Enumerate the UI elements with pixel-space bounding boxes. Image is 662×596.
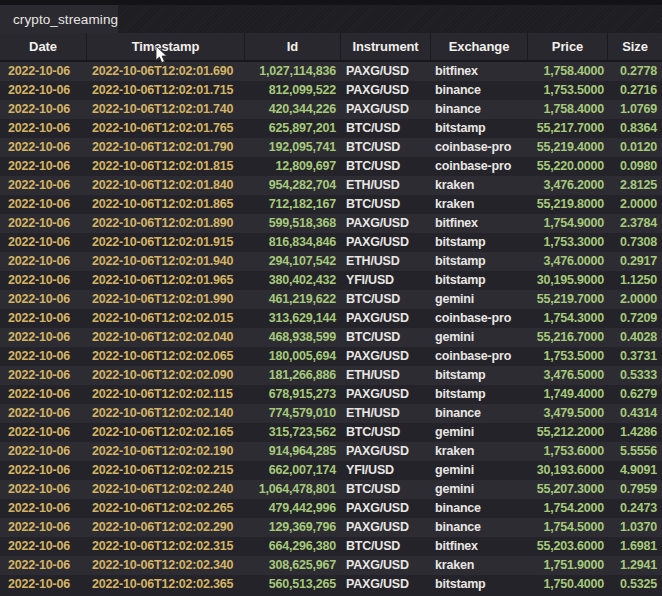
- cell-id: 313,629,144: [244, 309, 340, 328]
- table-row[interactable]: 2022-10-062022-10-06T12:02:02.340308,625…: [0, 556, 662, 575]
- cell-id: 294,107,542: [244, 252, 340, 271]
- cell-timestamp: 2022-10-06T12:02:01.715: [86, 81, 244, 100]
- cell-timestamp: 2022-10-06T12:02:01.790: [86, 138, 244, 157]
- table-row[interactable]: 2022-10-062022-10-06T12:02:01.840954,282…: [0, 176, 662, 195]
- cell-size: 0.2473: [607, 499, 662, 518]
- cell-id: 192,095,741: [244, 138, 340, 157]
- table-row[interactable]: 2022-10-062022-10-06T12:02:01.890599,518…: [0, 214, 662, 233]
- table-row[interactable]: 2022-10-062022-10-06T12:02:01.715812,099…: [0, 81, 662, 100]
- cell-exchange: bitstamp: [430, 385, 527, 404]
- column-header-timestamp[interactable]: Timestamp: [86, 33, 244, 60]
- cell-instrument: YFI/USD: [340, 461, 430, 480]
- cell-price: 3,476.5000: [527, 366, 607, 385]
- table-row[interactable]: 2022-10-062022-10-06T12:02:02.265479,442…: [0, 499, 662, 518]
- cell-timestamp: 2022-10-06T12:02:01.990: [86, 290, 244, 309]
- cell-id: 625,897,201: [244, 119, 340, 138]
- cell-id: 181,266,886: [244, 366, 340, 385]
- cell-price: 1,754.9000: [527, 214, 607, 233]
- cell-timestamp: 2022-10-06T12:02:02.265: [86, 499, 244, 518]
- cell-price: 1,753.6000: [527, 442, 607, 461]
- cell-instrument: PAXG/USD: [340, 100, 430, 119]
- table-row[interactable]: 2022-10-062022-10-06T12:02:01.740420,344…: [0, 100, 662, 119]
- cell-date: 2022-10-06: [0, 100, 86, 119]
- cell-instrument: BTC/USD: [340, 537, 430, 556]
- cell-id: 308,625,967: [244, 556, 340, 575]
- cell-timestamp: 2022-10-06T12:02:01.740: [86, 100, 244, 119]
- table-row[interactable]: 2022-10-062022-10-06T12:02:01.940294,107…: [0, 252, 662, 271]
- cell-timestamp: 2022-10-06T12:02:01.865: [86, 195, 244, 214]
- cell-price: 1,754.3000: [527, 309, 607, 328]
- tab-bar: crypto_streaming: [0, 0, 662, 33]
- table-row[interactable]: 2022-10-062022-10-06T12:02:01.990461,219…: [0, 290, 662, 309]
- cell-price: 1,753.3000: [527, 233, 607, 252]
- table-row[interactable]: 2022-10-062022-10-06T12:02:01.790192,095…: [0, 138, 662, 157]
- column-header-date[interactable]: Date: [0, 33, 86, 60]
- cell-exchange: binance: [430, 499, 527, 518]
- cell-size: 2.3784: [607, 214, 662, 233]
- crypto-streaming-window: crypto_streaming DateTimestampIdInstrume…: [0, 0, 662, 596]
- cell-size: 4.9091: [607, 461, 662, 480]
- table-row[interactable]: 2022-10-062022-10-06T12:02:02.190914,964…: [0, 442, 662, 461]
- table-row[interactable]: 2022-10-062022-10-06T12:02:01.81512,809,…: [0, 157, 662, 176]
- column-header-instrument[interactable]: Instrument: [340, 33, 430, 60]
- table-row[interactable]: 2022-10-062022-10-06T12:02:02.315664,296…: [0, 537, 662, 556]
- table-row[interactable]: 2022-10-062022-10-06T12:02:02.365560,513…: [0, 575, 662, 594]
- cell-price: 30,195.9000: [527, 271, 607, 290]
- table-row[interactable]: 2022-10-062022-10-06T12:02:02.015313,629…: [0, 309, 662, 328]
- cell-size: 0.5325: [607, 575, 662, 594]
- cell-id: 315,723,562: [244, 423, 340, 442]
- table-row[interactable]: 2022-10-062022-10-06T12:02:01.965380,402…: [0, 271, 662, 290]
- cell-instrument: PAXG/USD: [340, 499, 430, 518]
- cell-exchange: kraken: [430, 556, 527, 575]
- table-row[interactable]: 2022-10-062022-10-06T12:02:02.040468,938…: [0, 328, 662, 347]
- cell-size: 1.2941: [607, 556, 662, 575]
- column-header-size[interactable]: Size: [607, 33, 662, 60]
- cell-instrument: BTC/USD: [340, 480, 430, 499]
- tab-crypto-streaming[interactable]: crypto_streaming: [0, 5, 118, 33]
- table-header: DateTimestampIdInstrumentExchangePriceSi…: [0, 33, 662, 62]
- table-row[interactable]: 2022-10-062022-10-06T12:02:02.2401,064,4…: [0, 480, 662, 499]
- cell-date: 2022-10-06: [0, 271, 86, 290]
- cell-price: 1,750.4000: [527, 575, 607, 594]
- table-row[interactable]: 2022-10-062022-10-06T12:02:02.215662,007…: [0, 461, 662, 480]
- table-row[interactable]: 2022-10-062022-10-06T12:02:01.915816,834…: [0, 233, 662, 252]
- cell-date: 2022-10-06: [0, 461, 86, 480]
- cell-instrument: YFI/USD: [340, 271, 430, 290]
- cell-timestamp: 2022-10-06T12:02:02.240: [86, 480, 244, 499]
- column-header-exchange[interactable]: Exchange: [430, 33, 527, 60]
- cell-date: 2022-10-06: [0, 499, 86, 518]
- cell-date: 2022-10-06: [0, 328, 86, 347]
- cell-exchange: binance: [430, 100, 527, 119]
- cell-date: 2022-10-06: [0, 195, 86, 214]
- cell-timestamp: 2022-10-06T12:02:02.140: [86, 404, 244, 423]
- cell-timestamp: 2022-10-06T12:02:02.215: [86, 461, 244, 480]
- cell-instrument: ETH/USD: [340, 404, 430, 423]
- cell-date: 2022-10-06: [0, 404, 86, 423]
- table-row[interactable]: 2022-10-062022-10-06T12:02:02.115678,915…: [0, 385, 662, 404]
- cell-size: 0.7959: [607, 480, 662, 499]
- table-row[interactable]: 2022-10-062022-10-06T12:02:02.140774,579…: [0, 404, 662, 423]
- cell-price: 55,219.4000: [527, 138, 607, 157]
- cell-price: 55,212.2000: [527, 423, 607, 442]
- column-header-id[interactable]: Id: [244, 33, 340, 60]
- cell-instrument: BTC/USD: [340, 195, 430, 214]
- cell-size: 1.4286: [607, 423, 662, 442]
- table-row[interactable]: 2022-10-062022-10-06T12:02:01.765625,897…: [0, 119, 662, 138]
- cell-exchange: gemini: [430, 423, 527, 442]
- table-row[interactable]: 2022-10-062022-10-06T12:02:02.165315,723…: [0, 423, 662, 442]
- cell-id: 129,369,796: [244, 518, 340, 537]
- cell-timestamp: 2022-10-06T12:02:01.815: [86, 157, 244, 176]
- cell-timestamp: 2022-10-06T12:02:02.115: [86, 385, 244, 404]
- cell-price: 30,193.6000: [527, 461, 607, 480]
- cell-id: 560,513,265: [244, 575, 340, 594]
- table-row[interactable]: 2022-10-062022-10-06T12:02:02.090181,266…: [0, 366, 662, 385]
- column-header-price[interactable]: Price: [527, 33, 607, 60]
- cell-timestamp: 2022-10-06T12:02:01.765: [86, 119, 244, 138]
- table-row[interactable]: 2022-10-062022-10-06T12:02:02.290129,369…: [0, 518, 662, 537]
- table-row[interactable]: 2022-10-062022-10-06T12:02:02.065180,005…: [0, 347, 662, 366]
- cell-instrument: BTC/USD: [340, 138, 430, 157]
- cell-timestamp: 2022-10-06T12:02:01.965: [86, 271, 244, 290]
- cell-price: 1,754.2000: [527, 499, 607, 518]
- table-row[interactable]: 2022-10-062022-10-06T12:02:01.6901,027,1…: [0, 62, 662, 81]
- table-row[interactable]: 2022-10-062022-10-06T12:02:01.865712,182…: [0, 195, 662, 214]
